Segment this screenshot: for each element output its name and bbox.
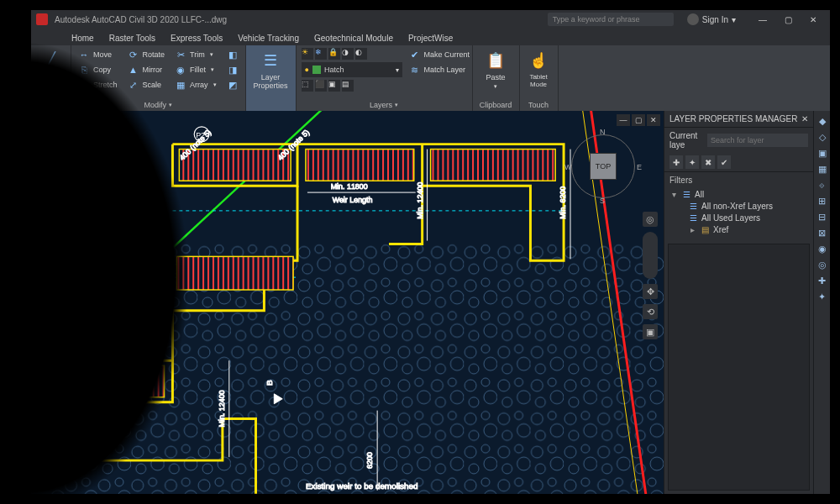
draw-flyout-button[interactable]: ╱ [36, 48, 66, 73]
svg-rect-16 [176, 256, 293, 290]
vt-tool-2[interactable]: ◇ [816, 130, 829, 144]
ribbon-panel-modify: ↔Move ⎘Copy ▭Stretch ⟳Rotate ▲Mirror ⤢Sc… [71, 45, 246, 111]
dim-min-12400-a: Min. 12400 [416, 182, 424, 219]
delete-layer-button[interactable]: ✖ [701, 155, 715, 169]
expand-icon: ▾ [669, 190, 678, 199]
clipboard-icon: 📋 [485, 50, 507, 71]
make-current-button[interactable]: ✔Make Current [407, 48, 472, 61]
mirror-icon: ▲ [128, 64, 139, 76]
mirror-button[interactable]: ▲Mirror [126, 63, 167, 76]
array-button[interactable]: ▦Array▾ [173, 78, 218, 92]
doc-close-button[interactable]: ✕ [647, 114, 660, 126]
dim-min-12400-b: Min. 12400 [218, 390, 226, 427]
layer-tool-3[interactable]: ▣ [328, 80, 340, 92]
set-current-button[interactable]: ✔ [717, 155, 731, 169]
touch-icon: ☝ [528, 50, 549, 71]
showmotion-button[interactable]: ▣ [643, 324, 658, 339]
vt-tool-10[interactable]: ◎ [816, 258, 829, 271]
trim-icon: ✂ [175, 49, 186, 60]
modify-extra-1-button[interactable]: ◧ [225, 48, 240, 61]
layer-color-icon[interactable]: ◑ [342, 48, 354, 60]
note-existing-weir: Existing weir to be demolished [306, 481, 418, 491]
paste-button[interactable]: 📋 Paste ▾ [478, 48, 514, 92]
account-menu[interactable]: Sign In ▾ [687, 13, 736, 25]
vt-tool-1[interactable]: ◆ [816, 114, 829, 128]
compass-e: E [637, 163, 642, 171]
match-layer-button[interactable]: ≋Match Layer [407, 63, 472, 76]
layer-tool-1[interactable]: ⬚ [302, 80, 313, 92]
tablet-mode-button[interactable]: ☝ Tablet Mode [525, 48, 553, 90]
layer-lock-icon[interactable]: 🔒 [328, 48, 340, 60]
modify-extra-3-button[interactable]: ◩ [225, 78, 240, 92]
pan-button[interactable]: ✥ [643, 284, 658, 299]
vt-tool-5[interactable]: ⟐ [816, 178, 829, 192]
move-button[interactable]: ↔Move [76, 48, 119, 61]
fillet-icon: ◉ [175, 64, 186, 76]
svg-rect-12 [306, 150, 414, 181]
compass-s: S [600, 197, 605, 205]
make-current-icon: ✔ [409, 49, 421, 60]
layer-freeze-icon[interactable]: ❄ [315, 48, 327, 60]
ribbon-panel-draw: ╱ Draw▾ [31, 45, 71, 111]
filters-label: Filters [664, 172, 813, 186]
drawing-canvas[interactable]: — ▢ ✕ TOP N S E W ◎ ✥ [31, 111, 664, 494]
rotate-button[interactable]: ⟳Rotate [126, 48, 167, 61]
svg-rect-13 [431, 150, 556, 181]
panel-title-layers: Layers [370, 101, 392, 109]
ribbon-tab-vehicle-tracking[interactable]: Vehicle Tracking [231, 31, 306, 45]
fillet-button[interactable]: ◉Fillet▾ [173, 63, 218, 76]
layer-iso-icon[interactable]: ◐ [355, 48, 367, 60]
layer-tool-4[interactable]: ▤ [342, 80, 354, 92]
steering-wheel-button[interactable]: ◎ [643, 212, 658, 227]
tree-node-all-used[interactable]: ☰ All Used Layers [669, 212, 808, 223]
layer-list-grid[interactable] [668, 244, 810, 491]
navigation-bar: ◎ ✥ ⟲ ▣ [642, 212, 659, 339]
layer-tool-2[interactable]: ⬛ [315, 80, 327, 92]
layer-search-input[interactable] [707, 134, 808, 147]
ribbon-tab-projectwise[interactable]: ProjectWise [402, 31, 459, 45]
new-layer-button[interactable]: ✚ [669, 155, 683, 169]
vt-tool-4[interactable]: ▦ [816, 162, 829, 176]
doc-maximize-button[interactable]: ▢ [632, 114, 645, 126]
copy-button[interactable]: ⎘Copy [76, 63, 119, 76]
tool-icon: ◨ [227, 64, 239, 76]
scale-button[interactable]: ⤢Scale [126, 78, 167, 92]
new-layer-vp-button[interactable]: ✦ [685, 155, 699, 169]
tree-node-all[interactable]: ▾ ☰ All [669, 188, 808, 200]
stretch-button[interactable]: ▭Stretch [76, 78, 119, 92]
filter-icon: ☰ [688, 213, 698, 223]
scale-icon: ⤢ [128, 79, 139, 91]
vt-tool-9[interactable]: ◉ [816, 242, 829, 255]
current-layer-dropdown[interactable]: ● Hatch ▾ [302, 62, 402, 77]
tree-node-all-non-xref[interactable]: ☰ All non-Xref Layers [669, 200, 808, 212]
match-layer-icon: ≋ [409, 64, 421, 76]
vt-tool-11[interactable]: ✚ [816, 274, 829, 287]
help-search-input[interactable]: Type a keyword or phrase [548, 13, 674, 26]
vt-tool-7[interactable]: ⊟ [816, 210, 829, 223]
view-cube[interactable]: TOP N S E W [566, 129, 640, 203]
view-cube-face[interactable]: TOP [590, 153, 617, 180]
dim-min-11800-a: Min. 11800 [331, 182, 368, 191]
ribbon-tab-express-tools[interactable]: Express Tools [164, 31, 229, 45]
zoom-slider[interactable] [643, 232, 658, 279]
vt-tool-8[interactable]: ⊠ [816, 226, 829, 239]
expand-icon: ▸ [688, 225, 696, 234]
ribbon-tab-geotechnical[interactable]: Geotechnical Module [307, 31, 400, 45]
window-maximize-button[interactable]: ▢ [776, 12, 800, 27]
window-close-button[interactable]: ✕ [801, 12, 825, 27]
tree-node-xref[interactable]: ▸ ▤ Xref [669, 223, 808, 235]
palette-close-button[interactable]: ✕ [801, 114, 808, 123]
ribbon-tab-home[interactable]: Home [65, 31, 101, 45]
orbit-button[interactable]: ⟲ [643, 304, 658, 319]
vt-tool-3[interactable]: ▣ [816, 146, 829, 160]
layer-properties-button[interactable]: ☰ Layer Properties [251, 48, 291, 92]
ribbon-tab-raster-tools[interactable]: Raster Tools [102, 31, 162, 45]
vt-tool-6[interactable]: ⊞ [816, 194, 829, 207]
layer-state-icon[interactable]: ☀ [302, 48, 313, 60]
window-minimize-button[interactable]: — [751, 12, 774, 27]
trim-button[interactable]: ✂Trim▾ [173, 48, 218, 61]
right-vertical-toolbar: ◆ ◇ ▣ ▦ ⟐ ⊞ ⊟ ⊠ ◉ ◎ ✚ ✦ [813, 111, 830, 494]
modify-extra-2-button[interactable]: ◨ [225, 63, 240, 76]
doc-minimize-button[interactable]: — [617, 114, 630, 126]
vt-tool-12[interactable]: ✦ [816, 290, 829, 303]
